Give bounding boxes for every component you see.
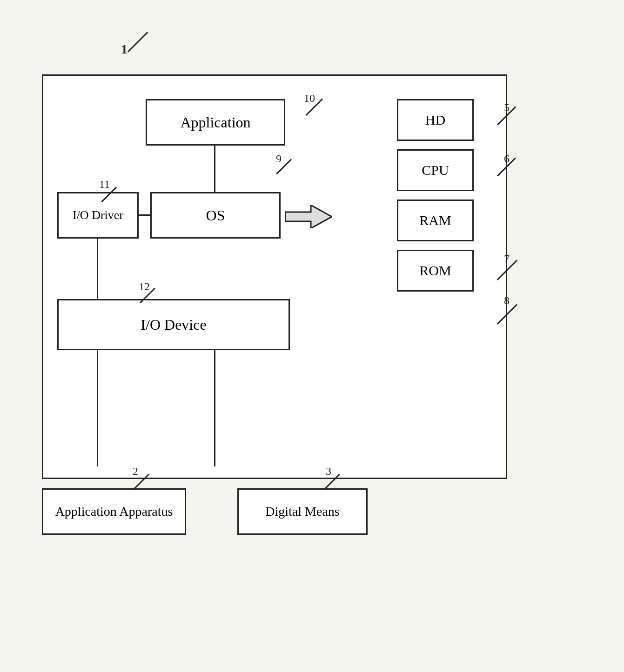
- rom-label: ROM: [419, 263, 451, 279]
- diagram-container: 1 Application OS I/O Driver I/O Device: [28, 37, 596, 642]
- outer-box: Application OS I/O Driver I/O Device: [42, 74, 507, 479]
- label-10: 10: [304, 92, 315, 105]
- io-driver-label: I/O Driver: [73, 208, 123, 222]
- label-9: 9: [276, 153, 282, 165]
- cpu-box: CPU: [397, 149, 474, 191]
- app-apparatus-label: Application Apparatus: [55, 504, 173, 519]
- vert-line-io-app: [97, 350, 98, 466]
- label-1: 1: [121, 42, 127, 57]
- label-7: 7: [504, 253, 510, 265]
- application-label: Application: [180, 114, 250, 131]
- os-label: OS: [206, 207, 225, 224]
- cpu-label: CPU: [422, 162, 449, 178]
- os-box: OS: [150, 192, 281, 239]
- digital-means-label: Digital Means: [265, 504, 339, 519]
- io-device-box: I/O Device: [57, 299, 290, 350]
- rom-box: ROM: [397, 250, 474, 292]
- line-1-tick: [127, 32, 148, 53]
- application-box: Application: [146, 99, 285, 146]
- horiz-line-io-os: [139, 214, 151, 216]
- vert-line-io-dig: [214, 350, 215, 466]
- digital-means-box: Digital Means: [237, 488, 368, 535]
- ram-box: RAM: [397, 200, 474, 241]
- label-3: 3: [326, 465, 331, 478]
- vert-line-io-down: [97, 239, 98, 299]
- label-11: 11: [99, 178, 110, 191]
- hd-box: HD: [397, 99, 474, 141]
- ram-label: RAM: [419, 213, 451, 228]
- vert-line-app-os: [214, 146, 215, 192]
- app-apparatus-box: Application Apparatus: [42, 488, 186, 535]
- arrow-right: [285, 205, 332, 228]
- line-8-tick: [497, 304, 518, 325]
- label-12: 12: [139, 280, 150, 293]
- label-8: 8: [504, 294, 510, 307]
- svg-marker-0: [285, 205, 332, 228]
- io-device-label: I/O Device: [141, 316, 206, 333]
- right-boxes: HD CPU RAM ROM: [397, 99, 490, 300]
- hd-label: HD: [425, 112, 445, 128]
- label-2: 2: [133, 465, 138, 478]
- io-driver-box: I/O Driver: [57, 192, 139, 239]
